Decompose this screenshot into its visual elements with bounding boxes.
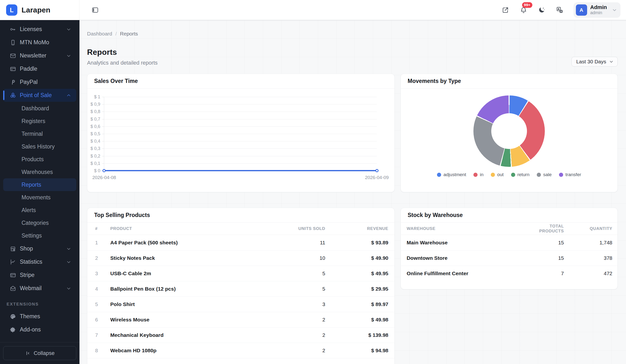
sidebar-item-paddle[interactable]: Paddle bbox=[3, 62, 76, 75]
key-icon bbox=[10, 26, 16, 33]
axis-tick bbox=[102, 126, 104, 127]
legend-item-out[interactable]: out bbox=[491, 172, 504, 177]
translate-icon bbox=[556, 6, 563, 14]
legend-item-transfer[interactable]: transfer bbox=[559, 172, 581, 177]
sales-line-chart: $ 0$ 0,1$ 0,2$ 0,3$ 0,4$ 0,5$ 0,6$ 0,7$ … bbox=[87, 88, 394, 192]
sidebar-subitem-label: Categories bbox=[22, 220, 49, 226]
sidebar-subitem-dashboard[interactable]: Dashboard bbox=[3, 102, 76, 115]
breadcrumb-dashboard[interactable]: Dashboard bbox=[87, 31, 112, 37]
legend-item-adjustment[interactable]: adjustment bbox=[437, 172, 466, 177]
user-meta: Admin admin bbox=[590, 4, 607, 15]
col-header-quantity: QUANTITY bbox=[564, 226, 612, 231]
sidebar-subitem-products[interactable]: Products bbox=[3, 153, 76, 166]
sidebar-item-label: Stripe bbox=[20, 272, 71, 278]
sidebar-item-point-of-sale[interactable]: Point of Sale bbox=[3, 89, 76, 102]
card-title: Movements by Type bbox=[408, 78, 461, 84]
chart-gridline: $ 0,6 bbox=[104, 126, 377, 127]
sidebar-subitem-terminal[interactable]: Terminal bbox=[3, 127, 76, 140]
sidebar-item-mtn-momo[interactable]: MTN MoMo bbox=[3, 36, 76, 49]
palette-icon bbox=[10, 313, 16, 320]
table-row: Online Fulfillment Center7472 bbox=[401, 266, 618, 281]
topbar-actions: 99+ A Admin admin bbox=[501, 2, 620, 18]
sidebar: L Larapen LicensesMTN MoMoNewsletterPadd… bbox=[0, 0, 79, 364]
sidebar-item-newsletter[interactable]: Newsletter bbox=[3, 49, 76, 62]
chart-gridline: $ 0,3 bbox=[104, 149, 377, 149]
sidebar-subitem-label: Reports bbox=[22, 182, 41, 188]
row-number: 8 bbox=[95, 348, 110, 354]
row-number: 4 bbox=[95, 286, 110, 292]
sidebar-item-webmail[interactable]: Webmail bbox=[3, 282, 76, 295]
chevron-down-icon bbox=[66, 27, 71, 32]
table-body: 1A4 Paper Pack (500 sheets)11$ 93.892Sti… bbox=[87, 235, 394, 364]
sidebar-item-themes[interactable]: Themes bbox=[3, 310, 76, 323]
sidebar-item-paypal[interactable]: PayPal bbox=[3, 76, 76, 88]
sidebar-toggle-button[interactable] bbox=[91, 6, 99, 14]
sales-over-time-card: Sales Over Time $ 0$ 0,1$ 0,2$ 0,3$ 0,4$… bbox=[87, 74, 395, 192]
sidebar-subitem-label: Settings bbox=[22, 232, 42, 239]
line-chart-plot: $ 0$ 0,1$ 0,2$ 0,3$ 0,4$ 0,5$ 0,6$ 0,7$ … bbox=[104, 97, 377, 171]
user-menu[interactable]: A Admin admin bbox=[574, 2, 620, 18]
y-axis-label: $ 1 bbox=[87, 94, 100, 100]
page-subtitle: Analytics and detailed reports bbox=[87, 60, 618, 66]
sidebar-item-stripe[interactable]: Stripe bbox=[3, 269, 76, 282]
brand-logo[interactable]: L bbox=[6, 4, 17, 16]
warehouse-name: Online Fulfillment Center bbox=[407, 271, 525, 277]
donut-chart[interactable] bbox=[473, 95, 545, 167]
sidebar-item-shop[interactable]: Shop bbox=[3, 242, 76, 255]
data-point-marker[interactable] bbox=[375, 169, 379, 172]
chevron-down-icon bbox=[612, 7, 617, 13]
sidebar-subitem-warehouses[interactable]: Warehouses bbox=[3, 166, 76, 178]
chart-legend: adjustmentinoutreturnsaletransfer bbox=[401, 172, 618, 177]
sidebar-subitem-movements[interactable]: Movements bbox=[3, 191, 76, 204]
chevron-down-icon bbox=[66, 53, 71, 58]
movements-by-type-card: Movements by Type adjustmentinoutreturns… bbox=[400, 74, 618, 192]
legend-dot bbox=[559, 173, 563, 177]
sidebar-subitem-label: Movements bbox=[22, 194, 51, 201]
user-name: Admin bbox=[590, 4, 607, 10]
sidebar-subitem-reports[interactable]: Reports bbox=[3, 178, 76, 191]
legend-item-in[interactable]: in bbox=[473, 172, 483, 177]
collapse-label: Collapse bbox=[34, 350, 55, 356]
table-body: Main Warehouse151,748Downtown Store15378… bbox=[401, 235, 618, 281]
units-sold-value: 5 bbox=[272, 286, 325, 292]
chart-gridline: $ 0,7 bbox=[104, 119, 377, 119]
user-role: admin bbox=[590, 10, 607, 15]
row-number: 6 bbox=[95, 317, 110, 323]
date-range-selector[interactable]: Last 30 Days bbox=[571, 57, 618, 67]
dark-mode-button[interactable] bbox=[538, 6, 546, 14]
chevron-down-icon bbox=[609, 59, 614, 64]
language-button[interactable] bbox=[555, 6, 564, 14]
warehouse-name: Downtown Store bbox=[407, 255, 525, 261]
collapse-sidebar-button[interactable]: Collapse bbox=[3, 346, 76, 360]
row-number: 7 bbox=[95, 332, 110, 338]
sidebar-item-label: Statistics bbox=[20, 259, 66, 265]
breadcrumb-separator: / bbox=[116, 31, 117, 37]
table-row: 2Sticky Notes Pack10$ 49.90 bbox=[87, 250, 394, 266]
sidebar-subitem-alerts[interactable]: Alerts bbox=[3, 204, 76, 216]
breadcrumb-current: Reports bbox=[120, 31, 138, 37]
sidebar-nav: LicensesMTN MoMoNewsletterPaddlePayPalPo… bbox=[0, 20, 79, 342]
chart-gridline: $ 0,8 bbox=[104, 112, 377, 112]
legend-item-sale[interactable]: sale bbox=[537, 172, 552, 177]
sidebar-item-add-ons[interactable]: Add-ons bbox=[3, 323, 76, 336]
page-head: Reports Analytics and detailed reports L… bbox=[87, 48, 618, 66]
sidebar-subitem-registers[interactable]: Registers bbox=[3, 115, 76, 127]
revenue-value: $ 49.95 bbox=[325, 271, 388, 277]
sidebar-header: L Larapen bbox=[0, 0, 79, 20]
card-header: Stock by Warehouse bbox=[401, 208, 618, 223]
sidebar-item-label: PayPal bbox=[20, 79, 71, 85]
product-name: Polo Shirt bbox=[110, 301, 272, 307]
sidebar-subitem-sales-history[interactable]: Sales History bbox=[3, 140, 76, 153]
data-point-marker[interactable] bbox=[102, 169, 106, 172]
open-site-button[interactable] bbox=[501, 6, 509, 14]
table-row: Main Warehouse151,748 bbox=[401, 235, 618, 250]
sidebar-subitem-settings[interactable]: Settings bbox=[3, 229, 76, 242]
total-products-value: 15 bbox=[525, 255, 564, 261]
units-sold-value: 1 bbox=[272, 363, 325, 364]
legend-item-return[interactable]: return bbox=[511, 172, 530, 177]
sidebar-item-statistics[interactable]: Statistics bbox=[3, 255, 76, 268]
sidebar-subitem-categories[interactable]: Categories bbox=[3, 216, 76, 229]
sidebar-section-label-extensions: EXTENSIONS bbox=[0, 295, 79, 310]
quantity-value: 1,748 bbox=[564, 240, 612, 245]
sidebar-item-licenses[interactable]: Licenses bbox=[3, 23, 76, 36]
